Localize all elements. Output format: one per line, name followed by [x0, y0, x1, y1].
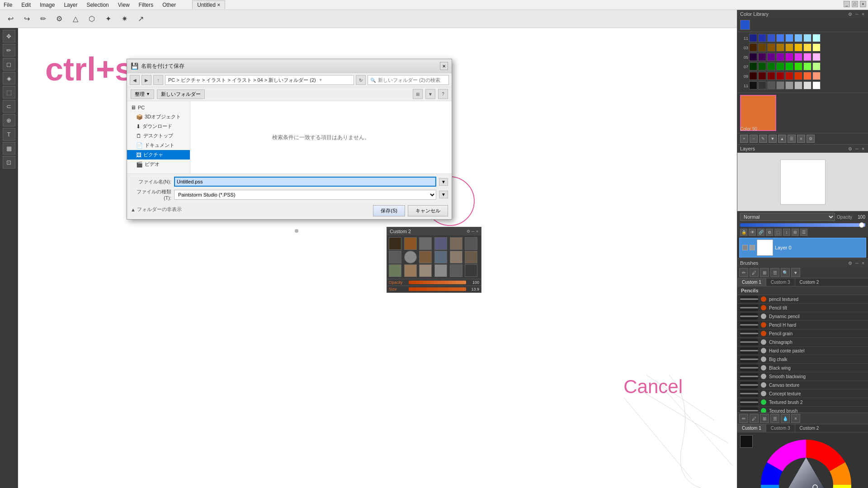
brush-ink-icon[interactable]: 🖊	[750, 268, 759, 277]
win-maximize[interactable]: □	[852, 1, 858, 7]
filetype-dropdown[interactable]: ▼	[439, 191, 448, 198]
swatch[interactable]	[803, 81, 811, 89]
win-minimize[interactable]: _	[844, 1, 850, 7]
swatch[interactable]	[776, 72, 784, 80]
color-pencil-icon[interactable]: ✏	[739, 414, 748, 423]
swatch[interactable]	[749, 72, 757, 80]
swatch[interactable]	[776, 34, 784, 42]
nav-refresh-button[interactable]: ↻	[356, 75, 366, 85]
swatch[interactable]	[767, 62, 775, 70]
color-grid-icon[interactable]: ⊞	[760, 414, 769, 423]
size-slider-track[interactable]	[409, 287, 466, 291]
gradient-tool[interactable]: ▦	[3, 142, 15, 155]
custom2-close[interactable]: ×	[476, 229, 478, 234]
swatch[interactable]	[758, 34, 766, 42]
nav-back-button[interactable]: ◀	[130, 75, 140, 85]
custom2-brush-11[interactable]	[450, 251, 462, 263]
menu-layer[interactable]: Layer	[62, 2, 79, 8]
swatch[interactable]	[767, 81, 775, 89]
opacity-slider[interactable]	[740, 223, 865, 227]
menu-other[interactable]: Other	[160, 2, 178, 8]
custom2-tab-label[interactable]: Custom 2	[797, 278, 822, 286]
swatch[interactable]	[785, 43, 793, 52]
brush-grid-icon[interactable]: ⊞	[760, 268, 769, 277]
swatch[interactable]	[749, 62, 757, 70]
layer-visibility[interactable]	[742, 245, 748, 250]
view-toggle-button[interactable]: ⊞	[413, 89, 423, 99]
dialog-close-button[interactable]: ✕	[440, 62, 448, 70]
hex-tool[interactable]: ⬡	[85, 12, 99, 26]
menu-view[interactable]: View	[116, 2, 132, 8]
swatch[interactable]	[785, 81, 793, 89]
custom2-brush-17[interactable]	[450, 264, 462, 277]
color-lib-settings[interactable]: ⚙	[847, 12, 853, 17]
select-tool[interactable]: ⬚	[3, 86, 15, 99]
swatch[interactable]	[785, 72, 793, 80]
menu-selection[interactable]: Selection	[85, 2, 110, 8]
lock-icon[interactable]: 🔒	[740, 229, 747, 236]
color-lib-icon-2[interactable]: −	[750, 135, 758, 143]
custom2-minimize[interactable]: ─	[472, 229, 474, 234]
color-library-header[interactable]: Color Library ⚙ ─ ×	[737, 10, 868, 18]
swatch[interactable]	[812, 81, 821, 89]
custom2-brush-16[interactable]	[434, 264, 447, 277]
opacity-slider-track[interactable]	[409, 281, 466, 284]
help-button[interactable]: ?	[438, 89, 448, 99]
brush-item[interactable]: Concept texture	[737, 389, 868, 398]
color-lib-icon-1[interactable]: +	[740, 135, 748, 143]
text-tool[interactable]: T	[3, 128, 15, 141]
color-tab-custom3[interactable]: Custom 3	[766, 424, 795, 432]
grid-icon[interactable]: ⊞	[792, 229, 799, 236]
swatch[interactable]	[812, 34, 821, 42]
filename-dropdown[interactable]: ▼	[439, 178, 448, 186]
brush-heart-icon[interactable]: ♥	[791, 268, 800, 277]
brush-item[interactable]: Black wing	[737, 364, 868, 372]
brush-tab-custom3[interactable]: Custom 3	[766, 278, 795, 286]
merge-icon[interactable]: ↕	[783, 229, 790, 236]
swatch[interactable]	[812, 53, 821, 61]
custom2-brush-18[interactable]	[465, 264, 477, 277]
tree-item-video[interactable]: 🎬 ビデオ	[127, 160, 190, 169]
tree-item-pictures[interactable]: 🖼 ピクチャ	[127, 150, 190, 160]
folder-toggle[interactable]: ▲ フォルダーの非表示	[131, 206, 182, 213]
swatch[interactable]	[776, 53, 784, 61]
swatch[interactable]	[812, 72, 821, 80]
brush-item[interactable]: Pencil tilt	[737, 304, 868, 312]
tree-item-desktop[interactable]: 🗒 デスクトップ	[127, 131, 190, 141]
swatch[interactable]	[749, 53, 757, 61]
main-color-swatch[interactable]	[740, 20, 750, 30]
undo-button[interactable]: ↩	[4, 12, 17, 26]
color-tab-custom1[interactable]: Custom 1	[737, 424, 766, 432]
color-lib-close[interactable]: ×	[861, 12, 865, 17]
move-tool[interactable]: ✥	[3, 30, 15, 42]
swatch[interactable]	[776, 81, 784, 89]
swatch[interactable]	[803, 72, 811, 80]
search-input[interactable]	[368, 75, 449, 85]
swatch[interactable]	[785, 62, 793, 70]
layers-settings[interactable]: ⚙	[847, 146, 853, 151]
doc-tab[interactable]: Untitled ×	[192, 0, 225, 9]
custom2-settings[interactable]: ⚙	[467, 229, 470, 234]
custom2-brush-1[interactable]	[389, 237, 401, 250]
redo-button[interactable]: ↪	[20, 12, 33, 26]
brush-item[interactable]: Hard conte pastel	[737, 347, 868, 355]
cancel-button[interactable]: キャンセル	[408, 205, 448, 216]
sparkle-tool[interactable]: ✷	[118, 12, 131, 26]
swatch[interactable]	[767, 34, 775, 42]
custom2-brush-7[interactable]	[389, 251, 401, 263]
swatch[interactable]	[758, 53, 766, 61]
layers-minimize[interactable]: ─	[854, 146, 859, 151]
custom2-brush-13[interactable]	[389, 264, 401, 277]
filename-input[interactable]	[174, 177, 436, 187]
brush-tab-custom1[interactable]: Custom 1	[737, 278, 766, 286]
swatch[interactable]	[758, 72, 766, 80]
custom2-brush-4[interactable]	[434, 237, 447, 250]
tree-item-3d[interactable]: 📦 3Dオブジェクト	[127, 112, 190, 122]
brush-item[interactable]: Texured brush	[737, 407, 868, 413]
layers-header[interactable]: Layers ⚙ ─ ×	[737, 145, 868, 153]
color-lib-icon-3[interactable]: ✎	[759, 135, 767, 143]
tree-item-pc[interactable]: 🖥 PC	[127, 103, 190, 112]
win-close[interactable]: ×	[860, 1, 866, 7]
swatch[interactable]	[794, 34, 802, 42]
brush-item[interactable]: Canvas texture	[737, 381, 868, 389]
